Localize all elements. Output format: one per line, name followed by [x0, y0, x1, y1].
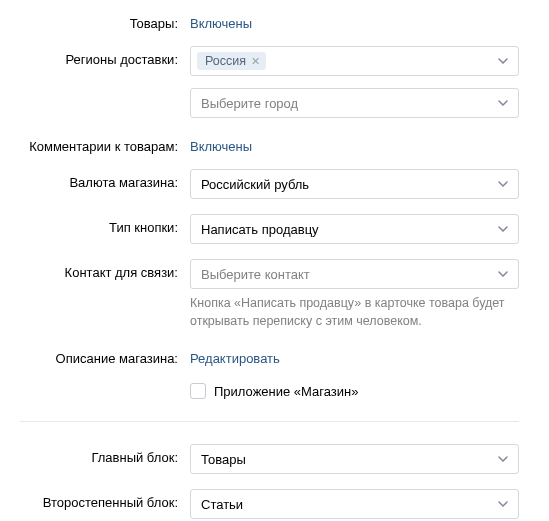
city-select[interactable]: Выберите город [190, 88, 519, 118]
chevron-down-icon [498, 226, 508, 232]
secondary-block-value: Статьи [201, 497, 243, 512]
products-status-link[interactable]: Включены [190, 10, 252, 31]
main-block-select[interactable]: Товары [190, 444, 519, 474]
chevron-down-icon [498, 501, 508, 507]
contact-placeholder: Выберите контакт [201, 267, 310, 282]
contact-hint: Кнопка «Написать продавцу» в карточке то… [190, 295, 519, 330]
button-type-select[interactable]: Написать продавцу [190, 214, 519, 244]
close-icon[interactable]: ✕ [251, 56, 260, 67]
contact-select[interactable]: Выберите контакт [190, 259, 519, 289]
comments-label: Комментарии к товарам: [20, 133, 190, 154]
delivery-regions-label: Регионы доставки: [20, 46, 190, 67]
chevron-down-icon [498, 181, 508, 187]
main-block-value: Товары [201, 452, 246, 467]
city-placeholder: Выберите город [201, 96, 298, 111]
app-checkbox[interactable] [190, 383, 206, 399]
currency-select[interactable]: Российский рубль [190, 169, 519, 199]
button-type-label: Тип кнопки: [20, 214, 190, 235]
description-edit-link[interactable]: Редактировать [190, 345, 280, 366]
chevron-down-icon [498, 58, 508, 64]
description-label: Описание магазина: [20, 345, 190, 366]
app-checkbox-label: Приложение «Магазин» [214, 384, 358, 399]
chevron-down-icon [498, 271, 508, 277]
delivery-regions-select[interactable]: Россия ✕ [190, 46, 519, 76]
contact-label: Контакт для связи: [20, 259, 190, 280]
main-block-label: Главный блок: [20, 444, 190, 465]
region-tag-label: Россия [205, 54, 246, 68]
chevron-down-icon [498, 100, 508, 106]
currency-value: Российский рубль [201, 177, 309, 192]
app-checkbox-row[interactable]: Приложение «Магазин» [190, 381, 519, 399]
currency-label: Валюта магазина: [20, 169, 190, 190]
products-label: Товары: [20, 10, 190, 31]
secondary-block-label: Второстепенный блок: [20, 489, 190, 510]
button-type-value: Написать продавцу [201, 222, 319, 237]
region-tag[interactable]: Россия ✕ [197, 52, 266, 70]
section-divider [20, 421, 519, 422]
secondary-block-select[interactable]: Статьи [190, 489, 519, 519]
chevron-down-icon [498, 456, 508, 462]
comments-status-link[interactable]: Включены [190, 133, 252, 154]
